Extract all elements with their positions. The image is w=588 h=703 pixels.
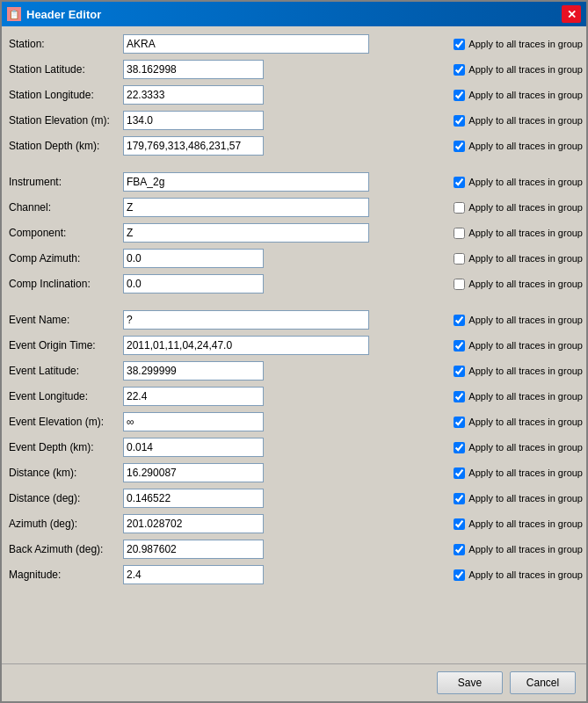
label-station-depth: Station Depth (km): — [9, 140, 123, 152]
label-distance-km: Distance (km): — [9, 467, 123, 479]
scroll-area[interactable]: Station: Apply to all traces in group St… — [2, 26, 586, 663]
checkbox-channel[interactable] — [454, 202, 465, 214]
section-event: Event Name: Apply to all traces in group… — [9, 309, 583, 585]
row-station-depth: Station Depth (km): Apply to all traces … — [9, 135, 583, 156]
checkbox-event-elev[interactable] — [454, 417, 465, 428]
checkbox-group-event-origin: Apply to all traces in group — [446, 340, 583, 352]
input-back-azimuth[interactable] — [123, 540, 264, 559]
checkbox-group-event-elev: Apply to all traces in group — [446, 417, 583, 428]
input-event-lon[interactable] — [123, 387, 264, 406]
checkbox-event-name[interactable] — [454, 315, 465, 326]
checkbox-back-azimuth[interactable] — [454, 544, 465, 555]
cancel-button[interactable]: Cancel — [510, 671, 576, 694]
checkbox-station-lon[interactable] — [454, 90, 465, 101]
checkbox-azimuth[interactable] — [454, 518, 465, 530]
checkbox-station-depth[interactable] — [454, 141, 465, 152]
content-area: Station: Apply to all traces in group St… — [2, 26, 586, 701]
input-instrument[interactable] — [123, 172, 369, 192]
section-instrument: Instrument: Apply to all traces in group… — [9, 171, 583, 294]
checkbox-label-event-depth: Apply to all traces in group — [468, 442, 583, 453]
input-azimuth[interactable] — [123, 514, 264, 533]
checkbox-event-origin[interactable] — [454, 340, 465, 352]
row-magnitude: Magnitude: Apply to all traces in group — [9, 564, 583, 585]
label-back-azimuth: Back Azimuth (deg): — [9, 543, 123, 555]
input-channel[interactable] — [123, 198, 369, 217]
checkbox-label-station-elev: Apply to all traces in group — [468, 115, 583, 126]
input-event-depth[interactable] — [123, 438, 264, 457]
window-title: Header Editor — [26, 8, 101, 21]
close-button[interactable]: ✕ — [562, 5, 581, 23]
checkbox-group-station-elev: Apply to all traces in group — [446, 115, 583, 127]
checkbox-station-lat[interactable] — [454, 64, 465, 76]
input-station[interactable] — [123, 34, 369, 54]
checkbox-label-event-elev: Apply to all traces in group — [468, 417, 583, 427]
row-event-origin: Event Origin Time: Apply to all traces i… — [9, 335, 583, 356]
checkbox-label-azimuth: Apply to all traces in group — [468, 518, 583, 529]
checkbox-station-elev[interactable] — [454, 115, 465, 127]
checkbox-event-depth[interactable] — [454, 442, 465, 453]
row-distance-deg: Distance (deg): Apply to all traces in g… — [9, 488, 583, 509]
input-station-elev[interactable] — [123, 111, 264, 130]
input-comp-azimuth[interactable] — [123, 249, 264, 268]
checkbox-group-comp-azimuth: Apply to all traces in group — [446, 253, 583, 265]
label-event-lat: Event Latitude: — [9, 365, 123, 377]
input-component[interactable] — [123, 223, 369, 243]
checkbox-group-component: Apply to all traces in group — [446, 228, 583, 239]
label-event-depth: Event Depth (km): — [9, 441, 123, 453]
checkbox-distance-deg[interactable] — [454, 493, 465, 504]
label-station-lon: Station Longitude: — [9, 89, 123, 101]
checkbox-group-back-azimuth: Apply to all traces in group — [446, 544, 583, 555]
input-station-lon[interactable] — [123, 85, 264, 105]
label-station-elev: Station Elevation (m): — [9, 114, 123, 127]
checkbox-component[interactable] — [454, 228, 465, 239]
label-station-lat: Station Latitude: — [9, 63, 123, 76]
row-back-azimuth: Back Azimuth (deg): Apply to all traces … — [9, 539, 583, 560]
row-station: Station: Apply to all traces in group — [9, 33, 583, 54]
label-azimuth: Azimuth (deg): — [9, 518, 123, 530]
row-event-depth: Event Depth (km): Apply to all traces in… — [9, 437, 583, 458]
row-event-name: Event Name: Apply to all traces in group — [9, 309, 583, 330]
input-station-depth[interactable] — [123, 136, 264, 156]
label-event-elev: Event Elevation (m): — [9, 416, 123, 428]
checkbox-label-instrument: Apply to all traces in group — [468, 177, 583, 187]
row-instrument: Instrument: Apply to all traces in group — [9, 171, 583, 192]
label-station: Station: — [9, 38, 123, 50]
checkbox-event-lat[interactable] — [454, 366, 465, 377]
label-comp-azimuth: Comp Azimuth: — [9, 252, 123, 265]
checkbox-label-event-origin: Apply to all traces in group — [468, 340, 583, 351]
checkbox-group-event-name: Apply to all traces in group — [446, 315, 583, 326]
input-comp-inclination[interactable] — [123, 274, 264, 294]
save-button[interactable]: Save — [437, 671, 503, 694]
label-comp-inclination: Comp Inclination: — [9, 278, 123, 290]
checkbox-station[interactable] — [454, 39, 465, 50]
checkbox-label-station: Apply to all traces in group — [468, 39, 583, 49]
checkbox-magnitude[interactable] — [454, 569, 465, 581]
input-station-lat[interactable] — [123, 60, 264, 79]
input-magnitude[interactable] — [123, 565, 264, 584]
checkbox-label-event-name: Apply to all traces in group — [468, 315, 583, 325]
app-icon: 📋 — [7, 7, 21, 21]
checkbox-comp-azimuth[interactable] — [454, 253, 465, 265]
label-magnitude: Magnitude: — [9, 569, 123, 581]
gap-1 — [9, 161, 583, 171]
input-distance-km[interactable] — [123, 463, 264, 482]
checkbox-distance-km[interactable] — [454, 467, 465, 479]
label-channel: Channel: — [9, 201, 123, 214]
checkbox-group-station-lat: Apply to all traces in group — [446, 64, 583, 76]
row-azimuth: Azimuth (deg): Apply to all traces in gr… — [9, 513, 583, 534]
row-station-lat: Station Latitude: Apply to all traces in… — [9, 59, 583, 80]
input-distance-deg[interactable] — [123, 489, 264, 508]
input-event-name[interactable] — [123, 310, 369, 330]
checkbox-instrument[interactable] — [454, 177, 465, 188]
checkbox-label-station-lat: Apply to all traces in group — [468, 64, 583, 75]
main-window: 📋 Header Editor ✕ Station: Apply to all … — [0, 0, 588, 703]
input-event-lat[interactable] — [123, 361, 264, 380]
checkbox-group-channel: Apply to all traces in group — [446, 202, 583, 214]
checkbox-comp-inclination[interactable] — [454, 279, 465, 290]
checkbox-group-magnitude: Apply to all traces in group — [446, 569, 583, 581]
label-event-name: Event Name: — [9, 314, 123, 326]
checkbox-event-lon[interactable] — [454, 391, 465, 402]
input-event-elev[interactable] — [123, 412, 264, 431]
input-event-origin[interactable] — [123, 336, 369, 355]
checkbox-group-distance-km: Apply to all traces in group — [446, 467, 583, 479]
